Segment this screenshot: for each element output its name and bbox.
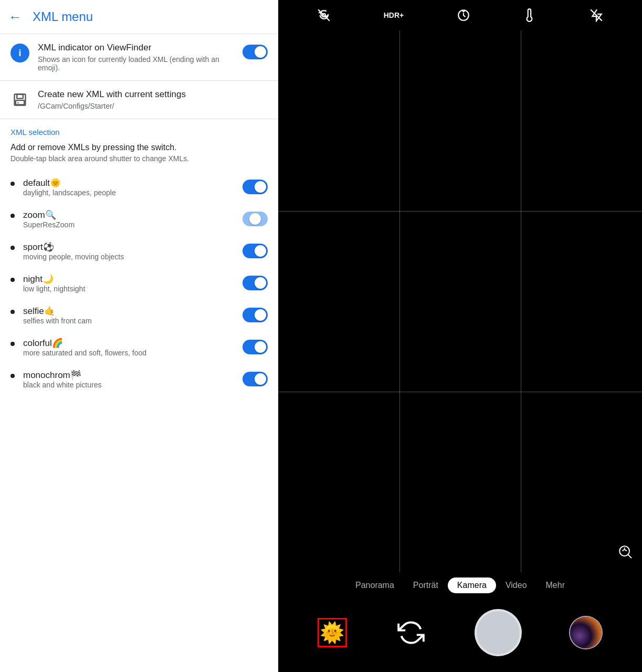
save-icon: [10, 90, 29, 109]
xml-item-text: zoom🔍SuperResZoom: [23, 209, 234, 229]
xml-item-toggle[interactable]: [243, 372, 268, 386]
hdr-plus-icon[interactable]: HDR+: [384, 11, 404, 19]
xml-item-toggle[interactable]: [243, 180, 268, 194]
xml-add-remove-text: Add or remove XMLs by pressing the switc…: [10, 143, 268, 152]
flip-camera-button[interactable]: [394, 616, 428, 649]
xml-item-desc: daylight, landscapes, people: [23, 188, 234, 197]
flash-off-icon[interactable]: [590, 8, 603, 22]
svg-rect-2: [16, 100, 24, 104]
bullet-point: [10, 278, 15, 282]
xml-item-toggle[interactable]: [243, 340, 268, 354]
xml-list-item: monochrom🏁black and white pictures: [0, 363, 278, 395]
xml-description: Add or remove XMLs by pressing the switc…: [0, 141, 278, 171]
xml-list-item: colorful🌈more saturated and soft, flower…: [0, 331, 278, 363]
grid-line-v1: [399, 30, 400, 572]
camera-mode-item[interactable]: Video: [496, 578, 536, 593]
camera-mode-item[interactable]: Porträt: [404, 578, 448, 593]
xml-list-item: default🌞daylight, landscapes, people: [0, 171, 278, 203]
grid-line-h2: [278, 392, 642, 392]
xml-item-toggle[interactable]: [243, 212, 268, 226]
bullet-point: [10, 214, 15, 218]
xml-item-desc: SuperResZoom: [23, 220, 234, 229]
xml-item-name: colorful🌈: [23, 338, 234, 349]
xml-item-name: selfie🤙: [23, 306, 234, 317]
xml-item-desc: selfies with front cam: [23, 317, 234, 325]
xml-item-name: sport⚽: [23, 242, 234, 253]
bullet-point: [10, 246, 15, 250]
xml-list-item: selfie🤙selfies with front cam: [0, 299, 278, 331]
create-xml-text: Create new XML with current settings /GC…: [38, 89, 268, 110]
xml-item-desc: black and white pictures: [23, 381, 234, 389]
info-icon: i: [10, 44, 29, 62]
xml-item-toggle[interactable]: [243, 276, 268, 290]
xml-double-tap-text: Double-tap black area around shutter to …: [10, 154, 268, 163]
xml-item-text: sport⚽moving people, moving objects: [23, 242, 234, 261]
camera-mode-item[interactable]: Panorama: [346, 578, 404, 593]
xml-indicator-desc: Shows an icon for currently loaded XML (…: [38, 55, 234, 72]
camera-mode-item[interactable]: Kamera: [448, 578, 496, 593]
bullet-point: [10, 182, 15, 186]
xml-list-item: zoom🔍SuperResZoom: [0, 203, 278, 235]
xml-item-text: monochrom🏁black and white pictures: [23, 370, 234, 389]
xml-item-text: night🌙low light, nightsight: [23, 274, 234, 293]
xml-list-item: night🌙low light, nightsight: [0, 267, 278, 299]
camera-bottom: 🌞: [278, 598, 642, 672]
xml-item-toggle[interactable]: [243, 244, 268, 258]
bullet-point: [10, 342, 15, 346]
autofocus-icon: [617, 543, 634, 564]
xml-list-item: sport⚽moving people, moving objects: [0, 235, 278, 267]
xml-item-text: colorful🌈more saturated and soft, flower…: [23, 338, 234, 357]
gallery-thumbnail[interactable]: [569, 616, 603, 649]
page-title: XML menu: [33, 9, 93, 24]
create-xml-section: Create new XML with current settings /GC…: [0, 81, 278, 119]
xml-item-text: default🌞daylight, landscapes, people: [23, 177, 234, 197]
camera-mode-item[interactable]: Mehr: [536, 578, 574, 593]
camera-off-icon[interactable]: [317, 8, 331, 22]
camera-mode-bar: PanoramaPorträtKameraVideoMehr: [278, 572, 642, 598]
shutter-button[interactable]: [475, 609, 522, 656]
xml-list: default🌞daylight, landscapes, peoplezoom…: [0, 171, 278, 672]
xml-item-desc: more saturated and soft, flowers, food: [23, 349, 234, 357]
xml-sun-button[interactable]: 🌞: [318, 618, 347, 647]
xml-item-name: monochrom🏁: [23, 370, 234, 381]
create-xml-title: Create new XML with current settings: [38, 89, 268, 100]
grid-line-h1: [278, 211, 642, 212]
xml-indicator-toggle[interactable]: [243, 45, 268, 59]
xml-item-name: zoom🔍: [23, 209, 234, 220]
viewfinder[interactable]: [278, 30, 642, 572]
xml-item-desc: moving people, moving objects: [23, 253, 234, 261]
auto-update-icon[interactable]: [457, 8, 470, 22]
camera-panel: HDR+: [278, 0, 642, 672]
gallery-thumb-image: [570, 617, 602, 648]
xml-item-toggle[interactable]: [243, 308, 268, 322]
create-xml-path: /GCam/Configs/Starter/: [38, 102, 268, 110]
left-panel: ← XML menu i XML indicator on ViewFinder…: [0, 0, 278, 672]
header: ← XML menu: [0, 0, 278, 34]
xml-indicator-section: i XML indicator on ViewFinder Shows an i…: [0, 34, 278, 81]
grid-line-v2: [521, 30, 521, 572]
camera-top-bar: HDR+: [278, 0, 642, 30]
xml-item-desc: low light, nightsight: [23, 285, 234, 293]
xml-item-name: night🌙: [23, 274, 234, 285]
xml-indicator-text: XML indicator on ViewFinder Shows an ico…: [38, 43, 234, 72]
xml-indicator-title: XML indicator on ViewFinder: [38, 43, 234, 53]
xml-item-name: default🌞: [23, 177, 234, 188]
xml-item-text: selfie🤙selfies with front cam: [23, 306, 234, 325]
xml-selection-header: XML selection: [0, 119, 278, 141]
temperature-icon[interactable]: [523, 8, 536, 22]
bullet-point: [10, 310, 15, 314]
svg-rect-1: [17, 94, 23, 99]
xml-indicator-row: i XML indicator on ViewFinder Shows an i…: [10, 43, 268, 72]
bullet-point: [10, 374, 15, 378]
svg-line-9: [628, 554, 632, 558]
create-xml-row: Create new XML with current settings /GC…: [10, 89, 268, 110]
back-button[interactable]: ←: [8, 10, 22, 24]
